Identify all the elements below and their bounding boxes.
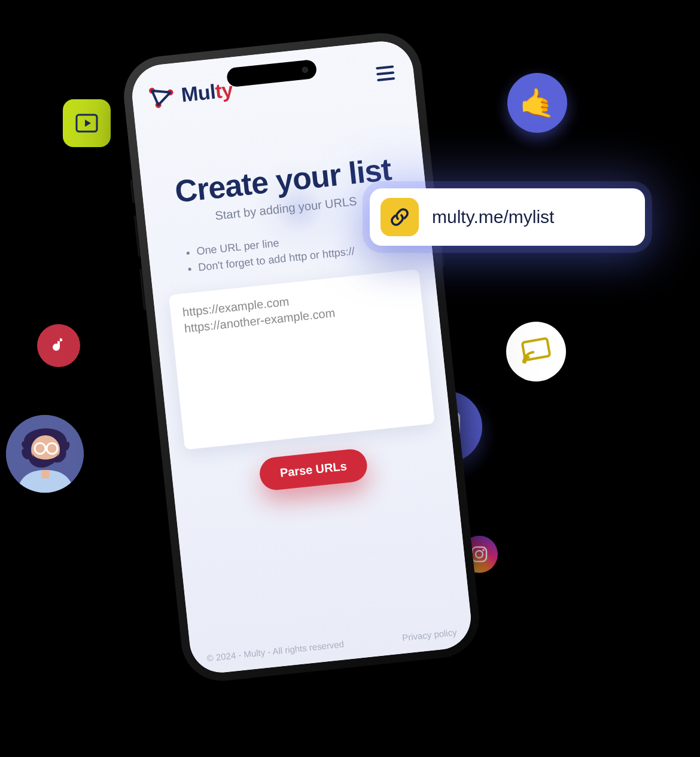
svg-point-17 [482, 549, 485, 551]
short-url-card: multy.me/mylist [370, 188, 645, 246]
brand-name: Multy [180, 78, 234, 106]
parse-urls-button[interactable]: Parse URLs [258, 448, 369, 492]
phone-mockup: Multy Create your list Start by adding y… [120, 29, 483, 685]
svg-point-16 [476, 551, 483, 558]
logo-mark-icon [147, 84, 176, 111]
cast-icon [506, 322, 566, 381]
brand-logo[interactable]: Multy [147, 78, 234, 111]
privacy-link[interactable]: Privacy policy [401, 627, 457, 642]
call-me-emoji: 🤙 [507, 73, 567, 133]
svg-point-8 [523, 360, 526, 364]
play-rect-icon [63, 99, 111, 147]
music-note-icon [37, 324, 80, 367]
footer-copyright: © 2024 - Multy - All rights reserved [206, 639, 345, 663]
svg-rect-6 [42, 470, 49, 478]
menu-button[interactable] [372, 62, 399, 86]
urls-textarea[interactable] [169, 269, 435, 450]
link-icon [381, 198, 419, 236]
short-url-text: multy.me/mylist [432, 207, 554, 227]
avatar-illustration [6, 415, 84, 493]
svg-rect-15 [472, 547, 486, 561]
